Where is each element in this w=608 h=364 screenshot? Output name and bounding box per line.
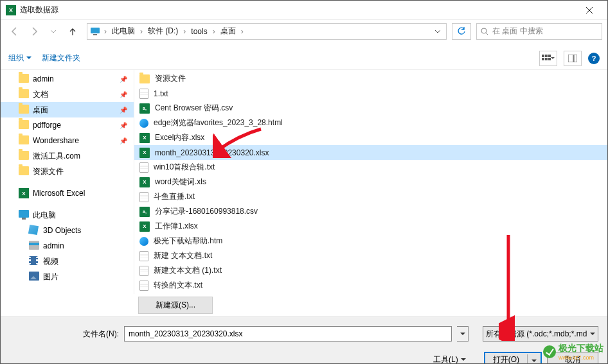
sidebar-item-label: 资源文件	[33, 166, 64, 177]
file-item[interactable]: XExcel内容.xlsx	[134, 130, 607, 145]
organize-menu[interactable]: 组织	[8, 53, 31, 64]
file-name: 工作簿1.xlsx	[155, 221, 198, 232]
svg-rect-6	[542, 58, 544, 60]
forward-button[interactable]	[25, 22, 43, 40]
sidebar-item-label: admin	[43, 241, 64, 250]
filename-label: 文件名(N):	[10, 329, 119, 340]
file-item[interactable]: 资源文件	[134, 71, 607, 86]
file-name: 1.txt	[154, 89, 168, 98]
sidebar-item-label: 桌面	[33, 105, 48, 116]
file-item[interactable]: a,分享记录-1680160993818.csv	[134, 204, 607, 219]
help-button[interactable]: ?	[588, 53, 600, 64]
file-item[interactable]: Xmonth_20230313_20230320.xlsx	[134, 145, 607, 160]
search-input[interactable]: 在 桌面 中搜索	[476, 23, 602, 40]
new-folder-button[interactable]: 新建文件夹	[42, 53, 80, 64]
file-item[interactable]: 斗鱼直播.txt	[134, 189, 607, 204]
breadcrumb-dropdown[interactable]	[432, 30, 443, 33]
file-item[interactable]: 极光下载站帮助.htm	[134, 234, 607, 248]
crumb-desktop[interactable]: 桌面	[217, 24, 240, 39]
file-item[interactable]: X工作簿1.xlsx	[134, 219, 607, 234]
file-item[interactable]: 新建 文本文档.txt	[134, 248, 607, 263]
chevron-down-icon	[532, 360, 537, 363]
filename-input[interactable]	[124, 326, 452, 342]
preview-pane-button[interactable]	[564, 51, 582, 66]
arrow-left-icon	[10, 27, 19, 36]
sidebar-item[interactable]: 3D Objects	[1, 223, 134, 238]
navigation-bar: › 此电脑 › 软件 (D:) › tools › 桌面 › 在 桌面 中搜索	[1, 20, 607, 43]
refresh-button[interactable]	[452, 23, 471, 40]
file-name: edge浏览器favorites_2023_3_28.html	[154, 117, 283, 128]
file-item[interactable]: edge浏览器favorites_2023_3_28.html	[134, 116, 607, 130]
sidebar-item[interactable]: Wondershare📌	[1, 133, 134, 148]
window-title: 选取数据源	[20, 4, 577, 15]
sidebar-item-label: 文档	[33, 89, 48, 100]
svg-rect-4	[545, 55, 548, 57]
up-button[interactable]	[64, 22, 82, 40]
folder-icon	[139, 74, 150, 83]
file-name: 资源文件	[155, 73, 186, 84]
chevron-down-icon	[434, 30, 441, 33]
text-file-icon	[139, 281, 148, 291]
grid-view-icon	[542, 55, 551, 62]
pin-icon: 📌	[120, 137, 127, 144]
file-item[interactable]: win10首段合辑.txt	[134, 160, 607, 175]
sidebar-item-excel[interactable]: XMicrosoft Excel	[1, 186, 134, 201]
new-source-button[interactable]: 新建源(S)...	[138, 297, 213, 314]
sidebar-item[interactable]: pdfforge📌	[1, 117, 134, 133]
crumb-sep-icon: ›	[139, 27, 144, 36]
sidebar-item[interactable]: 图片	[1, 269, 134, 284]
sidebar-item-label: Microsoft Excel	[33, 189, 85, 198]
chevron-down-icon	[26, 56, 31, 60]
file-name: 分享记录-1680160993818.csv	[155, 206, 258, 217]
file-item[interactable]: 新建文本文档 (1).txt	[134, 263, 607, 278]
excel-file-icon: X	[139, 133, 150, 143]
svg-rect-3	[542, 55, 544, 57]
view-icons-button[interactable]	[539, 51, 557, 66]
crumb-sep-icon: ›	[211, 27, 217, 36]
sidebar-item-label: 此电脑	[33, 210, 56, 221]
sidebar-item-label: 激活工具.com	[33, 151, 80, 162]
file-type-filter[interactable]: 所有数据源 (*.odc;*.mdb;*.md	[483, 326, 598, 342]
file-name: 极光下载站帮助.htm	[154, 236, 222, 247]
sidebar-item-thispc[interactable]: 此电脑	[1, 207, 134, 223]
pin-icon: 📌	[120, 107, 127, 114]
sidebar-item[interactable]: 文档📌	[1, 87, 134, 102]
text-file-icon	[139, 192, 148, 202]
close-button[interactable]	[577, 1, 602, 19]
crumb-thispc[interactable]: 此电脑	[108, 24, 139, 39]
pin-icon: 📌	[120, 91, 127, 98]
sidebar: admin📌文档📌桌面📌pdfforge📌Wondershare📌激活工具.co…	[1, 70, 134, 294]
svg-point-2	[481, 28, 487, 33]
svg-rect-7	[545, 58, 548, 60]
tools-menu[interactable]: 工具(L)	[433, 354, 466, 364]
sidebar-item[interactable]: 资源文件	[1, 164, 134, 179]
back-button[interactable]	[6, 22, 24, 40]
sidebar-item[interactable]: 视频	[1, 254, 134, 269]
recent-dropdown[interactable]	[44, 22, 62, 40]
sidebar-item-label: 3D Objects	[43, 226, 81, 235]
file-item[interactable]: 转换的文本.txt	[134, 278, 607, 293]
open-button[interactable]: 打开(O)	[484, 352, 542, 364]
open-dropdown[interactable]	[527, 354, 541, 365]
crumb-sep-icon: ›	[240, 27, 245, 36]
file-name: month_20230313_20230320.xlsx	[155, 148, 269, 157]
cancel-button[interactable]: 取消	[547, 352, 598, 364]
search-placeholder: 在 桌面 中搜索	[492, 26, 543, 37]
crumb-tools[interactable]: tools	[187, 24, 211, 39]
file-item[interactable]: Xword关键词.xls	[134, 175, 607, 189]
sidebar-item[interactable]: 激活工具.com	[1, 148, 134, 164]
html-file-icon	[139, 119, 148, 128]
file-item[interactable]: a,Cent Browser 密码.csv	[134, 101, 607, 116]
sidebar-item[interactable]: admin	[1, 238, 134, 254]
sidebar-item[interactable]: 桌面📌	[1, 102, 134, 117]
footer: 文件名(N): 所有数据源 (*.odc;*.mdb;*.md 工具(L) 打开…	[1, 316, 607, 364]
chevron-down-icon	[460, 333, 465, 336]
crumb-sep-icon: ›	[103, 27, 108, 36]
breadcrumb[interactable]: › 此电脑 › 软件 (D:) › tools › 桌面 ›	[87, 23, 447, 40]
chevron-down-icon	[50, 30, 57, 33]
crumb-drive[interactable]: 软件 (D:)	[144, 24, 182, 39]
text-file-icon	[139, 266, 148, 276]
file-item[interactable]: 1.txt	[134, 86, 607, 101]
sidebar-item[interactable]: admin📌	[1, 71, 134, 87]
filename-dropdown[interactable]	[457, 326, 469, 342]
